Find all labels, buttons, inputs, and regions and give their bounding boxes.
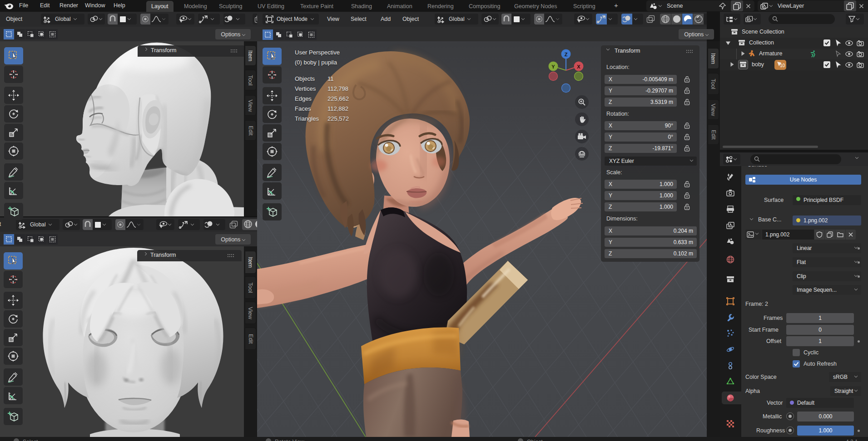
svg-text:Y: Y (551, 64, 555, 69)
svg-text:X: X (577, 64, 580, 69)
svg-text:Z: Z (565, 52, 568, 57)
